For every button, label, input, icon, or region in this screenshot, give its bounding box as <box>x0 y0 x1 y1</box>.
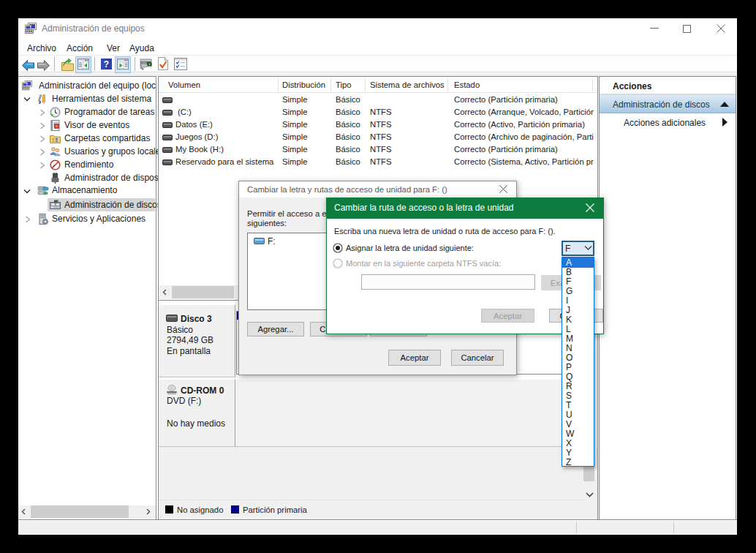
svg-text:?: ? <box>104 59 109 69</box>
